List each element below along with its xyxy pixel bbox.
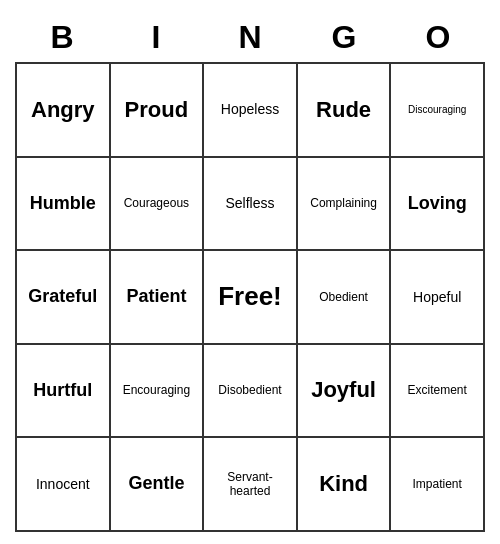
bingo-cell-0-1: Proud bbox=[111, 64, 205, 156]
bingo-row-4: InnocentGentleServant-heartedKindImpatie… bbox=[17, 438, 485, 532]
header-letter-g: G bbox=[297, 12, 391, 62]
header-letter-o: O bbox=[391, 12, 485, 62]
bingo-cell-1-1: Courageous bbox=[111, 158, 205, 250]
bingo-card: BINGO AngryProudHopelessRudeDiscouraging… bbox=[15, 12, 485, 532]
bingo-grid: AngryProudHopelessRudeDiscouragingHumble… bbox=[15, 62, 485, 532]
bingo-cell-2-2: Free! bbox=[204, 251, 298, 343]
cell-text: Courageous bbox=[124, 196, 189, 210]
header-letter-i: I bbox=[109, 12, 203, 62]
cell-text: Excitement bbox=[407, 383, 466, 397]
bingo-cell-4-0: Innocent bbox=[17, 438, 111, 530]
bingo-cell-4-3: Kind bbox=[298, 438, 392, 530]
cell-text: Proud bbox=[125, 97, 189, 123]
bingo-cell-3-4: Excitement bbox=[391, 345, 485, 437]
cell-text: Rude bbox=[316, 97, 371, 123]
cell-text: Innocent bbox=[36, 476, 90, 493]
cell-text: Kind bbox=[319, 471, 368, 497]
cell-text: Hurtful bbox=[33, 380, 92, 402]
bingo-cell-1-0: Humble bbox=[17, 158, 111, 250]
bingo-cell-4-4: Impatient bbox=[391, 438, 485, 530]
bingo-cell-4-2: Servant-hearted bbox=[204, 438, 298, 530]
bingo-cell-1-3: Complaining bbox=[298, 158, 392, 250]
bingo-cell-4-1: Gentle bbox=[111, 438, 205, 530]
cell-text: Loving bbox=[408, 193, 467, 215]
cell-text: Obedient bbox=[319, 290, 368, 304]
bingo-cell-2-0: Grateful bbox=[17, 251, 111, 343]
bingo-row-0: AngryProudHopelessRudeDiscouraging bbox=[17, 64, 485, 158]
bingo-row-2: GratefulPatientFree!ObedientHopeful bbox=[17, 251, 485, 345]
cell-text: Humble bbox=[30, 193, 96, 215]
bingo-cell-2-3: Obedient bbox=[298, 251, 392, 343]
cell-text: Impatient bbox=[412, 477, 461, 491]
bingo-row-3: HurtfulEncouragingDisobedientJoyfulExcit… bbox=[17, 345, 485, 439]
bingo-cell-0-2: Hopeless bbox=[204, 64, 298, 156]
cell-text: Grateful bbox=[28, 286, 97, 308]
cell-text: Selfless bbox=[225, 195, 274, 212]
cell-text: Hopeful bbox=[413, 289, 461, 306]
cell-text: Patient bbox=[126, 286, 186, 308]
cell-text: Hopeless bbox=[221, 101, 279, 118]
cell-text: Encouraging bbox=[123, 383, 190, 397]
cell-text: Angry bbox=[31, 97, 95, 123]
header-letter-b: B bbox=[15, 12, 109, 62]
bingo-cell-2-4: Hopeful bbox=[391, 251, 485, 343]
bingo-cell-3-2: Disobedient bbox=[204, 345, 298, 437]
header-letter-n: N bbox=[203, 12, 297, 62]
bingo-cell-3-3: Joyful bbox=[298, 345, 392, 437]
cell-text: Complaining bbox=[310, 196, 377, 210]
bingo-cell-0-3: Rude bbox=[298, 64, 392, 156]
cell-text: Joyful bbox=[311, 377, 376, 403]
cell-text: Free! bbox=[218, 281, 282, 312]
cell-text: Servant-hearted bbox=[208, 470, 292, 499]
cell-text: Discouraging bbox=[408, 104, 466, 116]
bingo-cell-1-2: Selfless bbox=[204, 158, 298, 250]
bingo-row-1: HumbleCourageousSelflessComplainingLovin… bbox=[17, 158, 485, 252]
bingo-cell-2-1: Patient bbox=[111, 251, 205, 343]
cell-text: Gentle bbox=[128, 473, 184, 495]
bingo-header: BINGO bbox=[15, 12, 485, 62]
bingo-cell-3-0: Hurtful bbox=[17, 345, 111, 437]
cell-text: Disobedient bbox=[218, 383, 281, 397]
bingo-cell-1-4: Loving bbox=[391, 158, 485, 250]
bingo-cell-3-1: Encouraging bbox=[111, 345, 205, 437]
bingo-cell-0-0: Angry bbox=[17, 64, 111, 156]
bingo-cell-0-4: Discouraging bbox=[391, 64, 485, 156]
